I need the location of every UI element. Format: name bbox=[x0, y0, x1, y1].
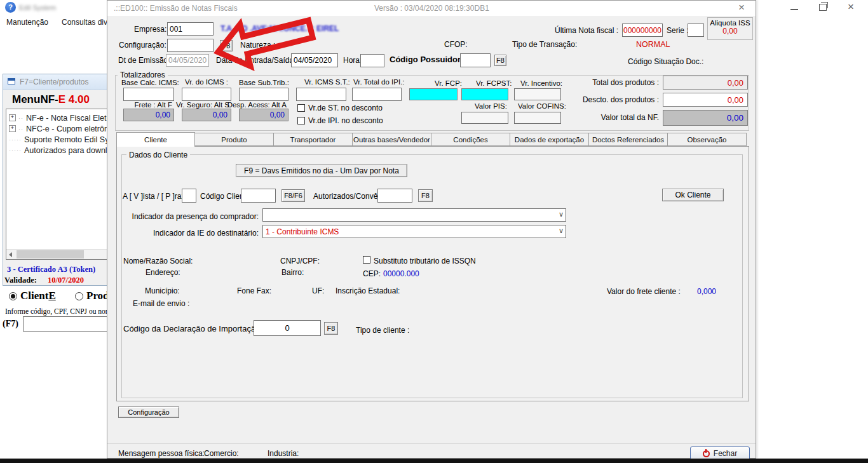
ie-destinatario-label: Indicador da IE do destinatário: bbox=[153, 229, 259, 238]
hora-label: Hora: bbox=[343, 56, 362, 65]
codigo-possuidor-input[interactable] bbox=[460, 53, 491, 67]
descto-produtos-label: Descto. dos produtos : bbox=[583, 95, 659, 104]
expand-plus-icon[interactable]: + bbox=[9, 125, 16, 132]
vr-fcp-input[interactable] bbox=[409, 88, 458, 100]
ultima-nota-box: 000000000 bbox=[622, 23, 663, 37]
f7-label: (F7) bbox=[3, 319, 18, 329]
autorizados-f8-button[interactable]: F8 bbox=[418, 189, 433, 202]
declaracao-importacao-input[interactable]: 0 bbox=[254, 320, 321, 336]
vr-icms-st-input[interactable] bbox=[296, 88, 346, 101]
declaracao-importacao-label: Código da Declaração de Importação: bbox=[123, 324, 262, 333]
hora-input[interactable] bbox=[360, 54, 384, 67]
close-window-icon[interactable]: × bbox=[848, 1, 854, 13]
declaracao-f8-button[interactable]: F8 bbox=[324, 322, 338, 335]
base-sub-label: Base Sub.Trib.: bbox=[239, 79, 289, 86]
left-panel-title: F7=Cliente/produtos bbox=[20, 77, 88, 86]
f9-davs-button[interactable]: F9 = Davs Emitidos no dia - Um Dav por N… bbox=[236, 164, 407, 177]
tab-produto[interactable]: Produto bbox=[195, 133, 274, 146]
scrollbar-thumb[interactable] bbox=[17, 250, 84, 258]
tab-doctos-referenciados[interactable]: Doctos Referenciados bbox=[589, 133, 668, 146]
aliquota-label: Aliquota ISS bbox=[708, 19, 752, 27]
tab-outras-bases[interactable]: Outras bases/Vendedor bbox=[353, 133, 431, 146]
status-mensagem-label: Mensagem pessoa física: bbox=[118, 449, 205, 458]
emissao-dialog: .::ED100:: Emissão de Notas Fiscais Vers… bbox=[107, 0, 756, 459]
background-app-title: Edil System bbox=[19, 4, 56, 11]
vr-icms-st-label: Vr. ICMS S.T.: bbox=[304, 78, 350, 86]
red-arrow-annotation bbox=[212, 9, 320, 74]
validity-value: 10/07/2020 bbox=[48, 276, 84, 285]
vr-icms-input[interactable] bbox=[182, 88, 231, 101]
base-sub-input[interactable] bbox=[239, 88, 288, 101]
cfop-label: CFOP: bbox=[444, 40, 468, 49]
base-calc-input[interactable] bbox=[123, 88, 174, 101]
radio-cliente[interactable] bbox=[9, 292, 17, 300]
validity-row: Validade: 10/07/2020 bbox=[4, 276, 84, 285]
possuidor-f8-button[interactable]: F8 bbox=[494, 55, 506, 66]
chevron-down-icon: ∨ bbox=[559, 227, 564, 235]
help-icon[interactable]: ? bbox=[5, 2, 16, 13]
ipi-desconto-checkbox[interactable] bbox=[297, 117, 305, 124]
radio-produto[interactable] bbox=[75, 292, 83, 300]
avista-prazo-input[interactable] bbox=[182, 189, 196, 203]
cep-label: CEP: bbox=[363, 269, 381, 278]
status-comercio-label: Comercio: bbox=[204, 449, 239, 458]
menu-manutencao[interactable]: Manutenção bbox=[6, 18, 48, 27]
tipo-transacao-label: Tipo de Transação: bbox=[512, 40, 577, 49]
tab-cliente[interactable]: Cliente bbox=[116, 132, 195, 147]
tab-transportador[interactable]: Transportador bbox=[274, 133, 353, 146]
restore-icon[interactable] bbox=[819, 4, 827, 11]
st-desconto-checkbox[interactable] bbox=[297, 104, 305, 112]
presenca-comprador-select[interactable]: ∨ bbox=[262, 208, 566, 222]
minimize-icon[interactable] bbox=[790, 9, 798, 10]
substituto-issqn-label: Substituto tributário de ISSQN bbox=[374, 257, 476, 265]
autorizados-input[interactable] bbox=[377, 189, 412, 203]
f7-search-input[interactable] bbox=[23, 316, 109, 332]
cnpj-cpf-label: CNPJ/CPF: bbox=[280, 257, 320, 265]
vr-incentivo-input[interactable] bbox=[514, 88, 561, 100]
totalizadores-legend: Totalizadores bbox=[118, 70, 168, 79]
chevron-down-icon: ∨ bbox=[559, 210, 564, 218]
vr-ipi-label: Vr. Total do IPI.: bbox=[353, 78, 405, 86]
brand-title: MenuNF-E 4.00 bbox=[12, 93, 90, 106]
tab-condicoes[interactable]: Condições bbox=[431, 133, 510, 146]
email-envio-label: E-mail de envio : bbox=[133, 299, 189, 308]
configuracao-input[interactable] bbox=[167, 39, 214, 52]
f8-f6-button[interactable]: F8/F6 bbox=[281, 189, 305, 202]
frete-label: Frete : Alt F bbox=[135, 101, 172, 109]
empresa-input[interactable]: 001 bbox=[167, 22, 214, 36]
empresa-label: Empresa: bbox=[134, 25, 166, 34]
total-produtos-box: 0,00 bbox=[663, 76, 748, 90]
ok-cliente-button[interactable]: Ok Cliente bbox=[662, 189, 724, 201]
scroll-left-icon[interactable] bbox=[9, 252, 12, 257]
valor-pis-input[interactable] bbox=[461, 112, 508, 124]
st-desconto-label: Vr.de ST. no desconto bbox=[308, 104, 383, 112]
endereco-label: Endereço: bbox=[146, 268, 180, 277]
ipi-desconto-label: Vr.de IPI. no desconto bbox=[308, 116, 383, 125]
dados-cliente-legend: Dados do Cliente bbox=[126, 151, 190, 159]
bairro-label: Bairro: bbox=[281, 268, 304, 277]
desp-value-box[interactable]: 0,00 bbox=[239, 109, 288, 121]
serie-input[interactable] bbox=[688, 23, 704, 37]
substituto-issqn-checkbox[interactable] bbox=[363, 256, 370, 264]
ie-destinatario-select[interactable]: 1 - Contribuinte ICMS ∨ bbox=[262, 225, 566, 238]
aliquota-value: 0,00 bbox=[708, 27, 752, 36]
radio-cliente-label[interactable]: ClientE bbox=[20, 290, 56, 302]
seguro-value-box[interactable]: 0,00 bbox=[182, 109, 231, 121]
valor-cofins-input[interactable] bbox=[514, 112, 561, 124]
dialog-close-icon[interactable]: × bbox=[738, 1, 745, 14]
nome-razao-label: Nome/Razão Social: bbox=[123, 257, 193, 265]
expand-plus-icon[interactable]: + bbox=[9, 114, 16, 121]
descto-produtos-box[interactable]: 0,00 bbox=[663, 93, 748, 107]
cep-value: 00000.000 bbox=[383, 269, 419, 278]
configuracao-button[interactable]: Configuração bbox=[118, 406, 179, 418]
tipo-transacao-value: NORMAL bbox=[636, 40, 670, 49]
vr-fcpst-input[interactable] bbox=[461, 88, 508, 100]
vr-ipi-input[interactable] bbox=[352, 88, 402, 101]
aliquota-box: Aliquota ISS 0,00 bbox=[707, 17, 753, 40]
codigo-cliente-input[interactable] bbox=[241, 189, 276, 203]
tab-dados-exportacao[interactable]: Dados de exportação bbox=[510, 133, 589, 146]
frete-value-box[interactable]: 0,00 bbox=[123, 109, 174, 121]
base-calc-label: Base Calc. ICMS: bbox=[121, 79, 179, 86]
validity-label: Validade: bbox=[4, 276, 37, 285]
tab-observacao[interactable]: Observação bbox=[668, 133, 747, 146]
